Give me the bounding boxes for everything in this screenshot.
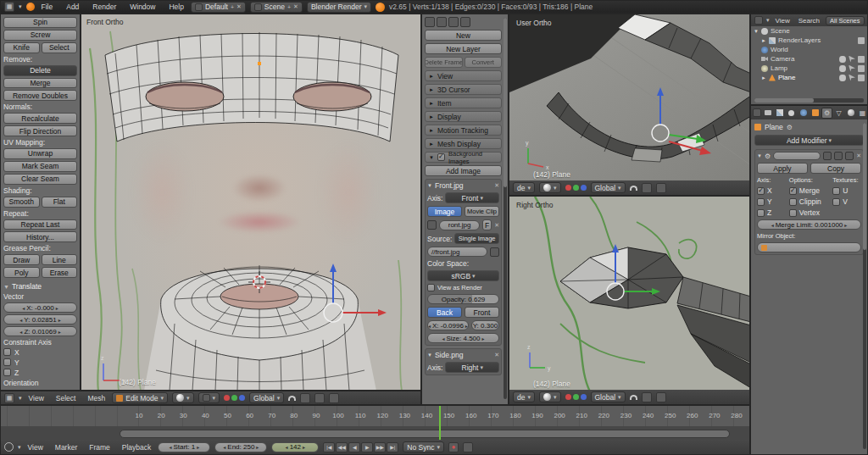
tab-world[interactable]: [798, 108, 809, 119]
merge-limit-field[interactable]: ◂Merge Limit: 0.001000▸: [757, 219, 861, 230]
menu-item[interactable]: Render: [90, 3, 119, 11]
knife-select-button[interactable]: Select: [42, 42, 78, 53]
copy-modifier-button[interactable]: Copy: [810, 163, 861, 174]
translate-x-field[interactable]: ◂X: -0.000▸: [3, 302, 77, 313]
offset-y-field[interactable]: Y: 0.300: [471, 320, 499, 330]
mirror-object-field[interactable]: [757, 242, 861, 252]
image-browse-icon[interactable]: [427, 220, 437, 230]
remove-doubles-button[interactable]: Remove Doubles: [3, 90, 77, 101]
outliner-row-camera[interactable]: Camera: [751, 54, 867, 64]
modifier-editmode-toggle-icon[interactable]: [845, 152, 854, 160]
transform-orientation-selector[interactable]: Global▾: [591, 182, 626, 193]
scale-manipulator-icon[interactable]: [581, 185, 587, 191]
restrict-select-icon[interactable]: [849, 56, 855, 63]
mirror-y-checkbox[interactable]: [757, 198, 765, 206]
menu-item[interactable]: File: [39, 3, 56, 11]
clear-seam-button[interactable]: Clear Seam: [3, 174, 77, 185]
expand-icon[interactable]: ►: [761, 75, 766, 80]
colorspace-dropdown[interactable]: sRGB▾: [427, 270, 499, 281]
snap-magnet-icon[interactable]: [630, 186, 637, 191]
recalculate-button[interactable]: Recalculate: [3, 113, 77, 124]
current-frame-field[interactable]: ◂142▸: [271, 442, 319, 452]
properties-scrollbar[interactable]: [863, 123, 866, 449]
axis-dropdown[interactable]: Front▾: [445, 192, 499, 203]
outliner-row-renderlayers[interactable]: ► RenderLayers: [751, 36, 867, 45]
image-source-toggle-image[interactable]: Image: [427, 206, 462, 217]
flip-direction-button[interactable]: Flip Direction: [3, 125, 77, 136]
decrement-icon[interactable]: ◂: [22, 305, 25, 311]
tab-modifiers[interactable]: ⚙: [821, 108, 832, 119]
axis-dropdown[interactable]: Right▾: [445, 362, 499, 373]
expand-icon[interactable]: ▼: [754, 29, 759, 34]
visibility-eye-icon[interactable]: [839, 65, 846, 72]
editor-type-icon[interactable]: ▦: [4, 393, 14, 403]
transform-orientation-selector[interactable]: Global▾: [591, 391, 626, 402]
mirror-z-checkbox[interactable]: [757, 209, 765, 217]
start-frame-field[interactable]: ◂Start: 1▸: [158, 442, 210, 452]
selected-vertex[interactable]: [258, 62, 261, 65]
merge-checkbox[interactable]: ✓: [789, 187, 797, 195]
close-icon[interactable]: ✕: [856, 153, 861, 159]
opacity-slider[interactable]: Opacity: 0.629: [427, 294, 499, 304]
offset-x-field[interactable]: ◂X: -0.0996▸: [427, 320, 469, 330]
gp-new-layer-button[interactable]: New Layer: [425, 43, 502, 54]
pivot-point-selector[interactable]: ▾: [198, 392, 220, 403]
constraint-z-checkbox[interactable]: [3, 369, 11, 376]
merge-button[interactable]: Merge: [3, 78, 77, 89]
constraint-x-checkbox[interactable]: [3, 348, 11, 356]
gp-new-button[interactable]: New: [425, 30, 502, 41]
poly-tool-icon[interactable]: [448, 17, 459, 27]
restrict-render-icon[interactable]: [858, 56, 865, 63]
modifier-visibility-toggle-icon[interactable]: [834, 152, 843, 160]
translate-z-field[interactable]: ◂Z: 0.01069▸: [3, 326, 77, 336]
background-images-checkbox[interactable]: ✓: [437, 153, 445, 161]
outliner-search-menu[interactable]: Search: [796, 17, 822, 25]
screw-button[interactable]: Screw: [3, 30, 77, 41]
collapsed-panel-header[interactable]: ► Motion Tracking: [425, 125, 502, 136]
visibility-eye-icon[interactable]: [839, 75, 846, 81]
unlink-icon[interactable]: ✕: [494, 222, 499, 229]
menu-item[interactable]: Select: [53, 394, 79, 402]
folder-icon[interactable]: [490, 247, 499, 257]
next-keyframe-button[interactable]: ▶▶: [374, 442, 386, 452]
increment-icon[interactable]: ▸: [58, 317, 61, 323]
snap-element-icon[interactable]: [642, 392, 652, 402]
clipping-checkbox[interactable]: [789, 198, 797, 206]
image-datablock-field[interactable]: ront.jpg: [439, 220, 480, 230]
viewport-shading-selector[interactable]: ▾: [172, 392, 194, 403]
restrict-select-icon[interactable]: [849, 75, 855, 81]
menu-item[interactable]: Window: [127, 3, 158, 11]
menu-item[interactable]: View: [25, 443, 46, 452]
render-opengl-icon[interactable]: [656, 392, 666, 402]
rotate-manipulator-icon[interactable]: [573, 394, 579, 400]
close-icon[interactable]: ✕: [494, 352, 499, 358]
outliner-view-menu[interactable]: View: [773, 17, 793, 25]
delete-layout-icon[interactable]: ✕: [236, 3, 242, 10]
spin-button[interactable]: Spin: [3, 17, 77, 28]
restrict-render-icon[interactable]: [858, 75, 865, 81]
translate-panel-header[interactable]: ▼ Translate: [3, 282, 77, 291]
visibility-eye-icon[interactable]: [839, 56, 846, 63]
playhead[interactable]: [439, 406, 441, 441]
delete-menu-button[interactable]: Delete: [3, 65, 77, 76]
modifier-header[interactable]: ▼ ⚙ ✕: [757, 152, 861, 160]
play-button[interactable]: ▶: [361, 442, 373, 452]
menu-item[interactable]: Mesh: [85, 394, 108, 402]
translate-manipulator-icon[interactable]: [224, 395, 230, 401]
source-dropdown[interactable]: Single Image: [454, 233, 499, 244]
viewport-front[interactable]: z x Front Ortho (142) Plane: [81, 14, 421, 391]
npanel-scrollbar[interactable]: [504, 18, 507, 399]
view-as-render-checkbox[interactable]: [427, 284, 435, 291]
expand-icon[interactable]: ►: [761, 38, 766, 43]
tab-render-layers[interactable]: [774, 108, 785, 119]
mode-selector[interactable]: de▾: [513, 391, 535, 402]
line-tool-icon[interactable]: [437, 17, 447, 27]
delete-scene-icon[interactable]: ✕: [293, 3, 298, 10]
close-icon[interactable]: ✕: [494, 182, 499, 189]
add-layout-icon[interactable]: +: [231, 4, 234, 10]
background-images-panel-header[interactable]: ▼ ✓ Background Images: [425, 152, 502, 163]
editor-type-icon[interactable]: ▦: [4, 2, 14, 12]
constraint-y-checkbox[interactable]: [3, 358, 11, 366]
screen-layout-selector[interactable]: Default + ✕: [191, 2, 246, 13]
previous-keyframe-button[interactable]: ◀◀: [336, 442, 348, 452]
